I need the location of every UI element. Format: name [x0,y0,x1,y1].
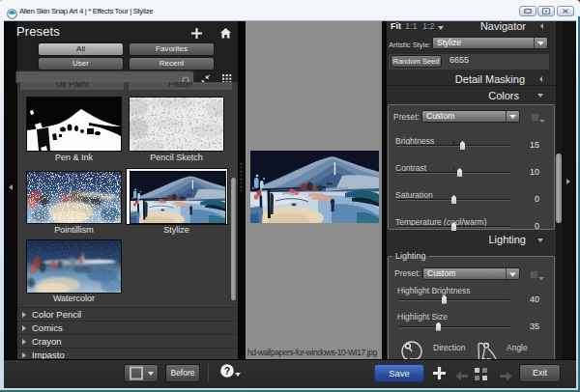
svg-text:?: ? [224,366,230,377]
